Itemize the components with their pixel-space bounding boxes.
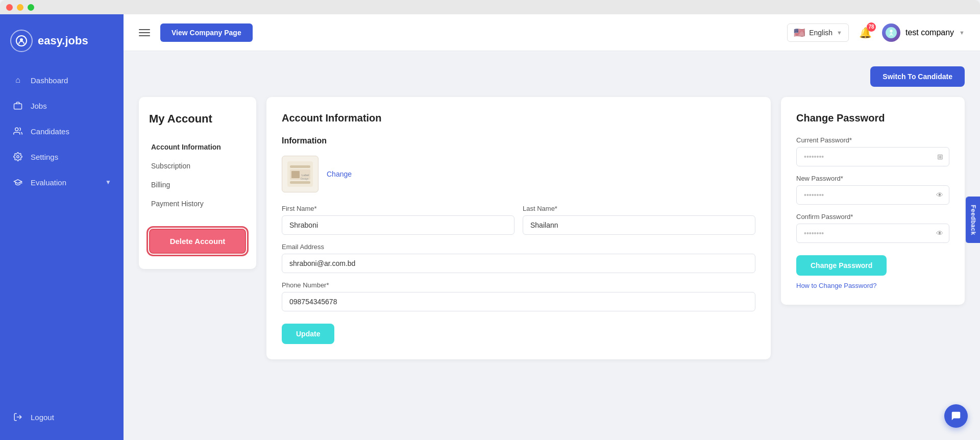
menu-item-subscription[interactable]: Subscription xyxy=(149,157,246,176)
password-toggle-icon[interactable]: ⊞ xyxy=(937,153,943,161)
sidebar-item-label: Jobs xyxy=(31,102,47,110)
jobs-icon xyxy=(12,100,23,111)
new-password-toggle-icon[interactable]: 👁 xyxy=(936,191,943,199)
confirm-password-input[interactable] xyxy=(796,224,949,243)
svg-rect-9 xyxy=(290,165,310,168)
sidebar-item-candidates[interactable]: Candidates xyxy=(0,118,124,144)
last-name-input[interactable] xyxy=(523,215,755,235)
new-password-input[interactable] xyxy=(796,185,949,205)
header-right: 🇺🇸 English ▼ 🔔 78 xyxy=(787,23,965,42)
first-name-label: First Name* xyxy=(282,205,514,212)
header-left: View Company Page xyxy=(139,23,253,42)
user-avatar: Label Design ✕ xyxy=(282,156,318,192)
avatar-row: Label Design ✕ Change xyxy=(282,156,755,192)
switch-to-candidate-button[interactable]: Switch To Candidate xyxy=(870,66,965,87)
email-label: Email Address xyxy=(282,243,755,251)
window-chrome xyxy=(0,0,980,14)
current-password-wrapper: ⊞ xyxy=(796,147,949,166)
company-avatar xyxy=(882,23,900,42)
my-account-title: My Account xyxy=(149,112,246,126)
company-name: test company xyxy=(905,28,954,37)
phone-input[interactable] xyxy=(282,292,755,311)
logo-icon xyxy=(10,30,33,52)
sidebar-item-label: Dashboard xyxy=(31,76,68,85)
notification-count: 78 xyxy=(867,22,876,32)
sidebar-item-label: Candidates xyxy=(31,127,69,136)
sidebar-item-jobs[interactable]: Jobs xyxy=(0,93,124,118)
chevron-down-icon: ▼ xyxy=(959,30,965,36)
email-input[interactable] xyxy=(282,254,755,273)
svg-rect-2 xyxy=(14,104,22,109)
change-password-button[interactable]: Change Password xyxy=(796,255,887,276)
chevron-down-icon: ▼ xyxy=(837,30,842,36)
sidebar-item-label: Settings xyxy=(31,153,58,161)
main-area: View Company Page 🇺🇸 English ▼ 🔔 78 xyxy=(124,14,980,440)
menu-item-payment-history[interactable]: Payment History xyxy=(149,194,246,213)
phone-label: Phone Number* xyxy=(282,281,755,289)
chat-bubble[interactable] xyxy=(944,404,968,428)
company-profile[interactable]: test company ▼ xyxy=(882,23,965,42)
account-info-title: Account Information xyxy=(282,112,755,124)
svg-point-3 xyxy=(15,128,18,131)
current-password-input[interactable] xyxy=(796,147,949,166)
dashboard-icon: ⌂ xyxy=(12,75,23,86)
logout-button[interactable]: Logout xyxy=(0,404,124,430)
new-password-label: New Password* xyxy=(796,175,949,182)
svg-point-7 xyxy=(890,29,893,32)
how-to-change-link[interactable]: How to Change Password? xyxy=(796,282,949,289)
sidebar-item-label: Evaluation xyxy=(31,178,66,187)
logout-label: Logout xyxy=(31,413,54,422)
current-password-label: Current Password* xyxy=(796,136,949,144)
update-button[interactable]: Update xyxy=(282,324,334,344)
minimize-button[interactable] xyxy=(17,4,23,11)
email-group: Email Address xyxy=(282,243,755,273)
confirm-password-wrapper: 👁 xyxy=(796,224,949,243)
chevron-down-icon: ▼ xyxy=(105,179,111,186)
close-button[interactable] xyxy=(6,4,13,11)
change-avatar-link[interactable]: Change xyxy=(327,170,352,178)
header: View Company Page 🇺🇸 English ▼ 🔔 78 xyxy=(124,14,980,51)
first-name-group: First Name* xyxy=(282,205,514,235)
svg-rect-14 xyxy=(290,181,310,184)
confirm-password-label: Confirm Password* xyxy=(796,213,949,221)
logo-text: easy.jobs xyxy=(38,34,88,47)
feedback-tab[interactable]: Feedback xyxy=(965,197,980,243)
sidebar-nav: ⌂ Dashboard Jobs xyxy=(0,67,124,404)
logout-icon xyxy=(12,411,23,423)
change-password-title: Change Password xyxy=(796,112,949,124)
last-name-label: Last Name* xyxy=(523,205,755,212)
sidebar-item-evaluation[interactable]: Evaluation ▼ xyxy=(0,169,124,195)
hamburger-menu[interactable] xyxy=(139,29,150,36)
svg-text:Design: Design xyxy=(301,177,309,180)
main-content: My Account Account Information Subscript… xyxy=(139,97,965,359)
sidebar-item-dashboard[interactable]: ⌂ Dashboard xyxy=(0,67,124,93)
candidates-icon xyxy=(12,126,23,137)
language-selector[interactable]: 🇺🇸 English ▼ xyxy=(787,23,849,42)
delete-account-wrapper: Delete Account xyxy=(149,229,246,254)
info-section-title: Information xyxy=(282,136,755,145)
confirm-password-toggle-icon[interactable]: 👁 xyxy=(936,229,943,237)
current-password-group: Current Password* ⊞ xyxy=(796,136,949,166)
sidebar-item-settings[interactable]: Settings xyxy=(0,144,124,169)
my-account-sidebar: My Account Account Information Subscript… xyxy=(139,97,256,269)
fullscreen-button[interactable] xyxy=(28,4,34,11)
settings-icon xyxy=(12,151,23,162)
first-name-input[interactable] xyxy=(282,215,514,235)
delete-account-button[interactable]: Delete Account xyxy=(149,229,246,254)
notification-bell[interactable]: 🔔 78 xyxy=(859,27,872,39)
content-area: Switch To Candidate My Account Account I… xyxy=(124,51,980,440)
name-row: First Name* Last Name* xyxy=(282,205,755,235)
language-label: English xyxy=(809,29,832,37)
menu-item-account-info[interactable]: Account Information xyxy=(149,138,246,157)
view-company-button[interactable]: View Company Page xyxy=(160,23,253,42)
sidebar: easy.jobs ⌂ Dashboard Jobs xyxy=(0,14,124,440)
new-password-group: New Password* 👁 xyxy=(796,175,949,205)
last-name-group: Last Name* xyxy=(523,205,755,235)
confirm-password-group: Confirm Password* 👁 xyxy=(796,213,949,243)
svg-text:Label: Label xyxy=(302,174,309,177)
phone-group: Phone Number* xyxy=(282,281,755,311)
new-password-wrapper: 👁 xyxy=(796,185,949,205)
menu-item-billing[interactable]: Billing xyxy=(149,176,246,194)
svg-rect-11 xyxy=(291,171,300,178)
change-password-card: Change Password Current Password* ⊞ New … xyxy=(781,97,965,305)
